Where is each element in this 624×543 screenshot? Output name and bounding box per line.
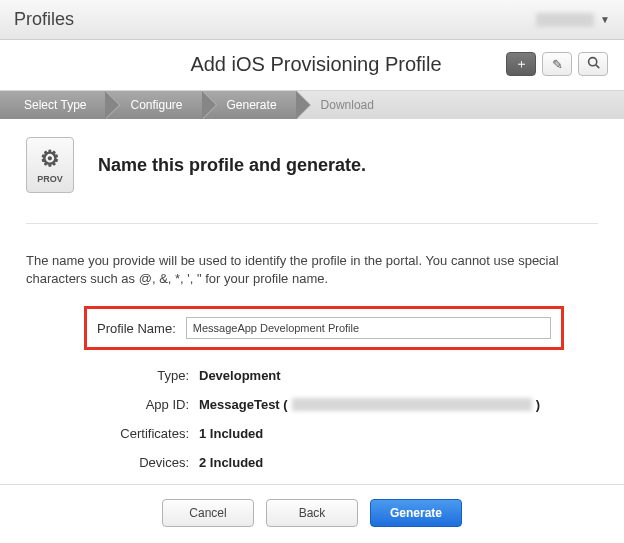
user-name-redacted — [536, 13, 594, 27]
edit-icon: ✎ — [552, 57, 563, 72]
appid-value: MessageTest ( ) — [199, 397, 540, 412]
cancel-button[interactable]: Cancel — [162, 499, 254, 527]
svg-line-1 — [595, 65, 598, 68]
edit-button[interactable]: ✎ — [542, 52, 572, 76]
step-select-type[interactable]: Select Type — [0, 91, 106, 119]
appid-redacted — [292, 398, 532, 411]
certificates-value: 1 Included — [199, 426, 263, 441]
instructions-text: The name you provide will be used to ide… — [26, 252, 598, 288]
button-label: Back — [299, 506, 326, 520]
step-label: Download — [321, 98, 374, 112]
page-title: Profiles — [14, 9, 74, 30]
top-header: Profiles ▼ — [0, 0, 624, 40]
search-icon — [587, 56, 600, 72]
button-label: Generate — [390, 506, 442, 520]
generate-button[interactable]: Generate — [370, 499, 462, 527]
button-label: Cancel — [189, 506, 226, 520]
devices-value: 2 Included — [199, 455, 263, 470]
sub-header-actions: ＋ ✎ — [506, 52, 608, 76]
profile-name-highlight: Profile Name: — [84, 306, 564, 350]
sub-header: Add iOS Provisioning Profile ＋ ✎ — [0, 40, 624, 91]
back-button[interactable]: Back — [266, 499, 358, 527]
user-menu[interactable]: ▼ — [536, 13, 610, 27]
search-button[interactable] — [578, 52, 608, 76]
icon-caption: PROV — [37, 174, 63, 184]
step-label: Generate — [227, 98, 277, 112]
profile-name-input[interactable] — [186, 317, 551, 339]
appid-suffix: ) — [536, 397, 540, 412]
type-value: Development — [199, 368, 281, 383]
hero-title: Name this profile and generate. — [98, 155, 366, 176]
appid-label: App ID: — [94, 397, 189, 412]
provisioning-profile-icon: ⚙ PROV — [26, 137, 74, 193]
appid-prefix: MessageTest ( — [199, 397, 288, 412]
sub-header-title: Add iOS Provisioning Profile — [126, 53, 506, 76]
devices-label: Devices: — [94, 455, 189, 470]
step-label: Select Type — [24, 98, 86, 112]
add-button[interactable]: ＋ — [506, 52, 536, 76]
certificates-label: Certificates: — [94, 426, 189, 441]
step-label: Configure — [130, 98, 182, 112]
content-area: ⚙ PROV Name this profile and generate. T… — [0, 119, 624, 494]
type-label: Type: — [94, 368, 189, 383]
step-generate[interactable]: Generate — [203, 91, 297, 119]
step-configure[interactable]: Configure — [106, 91, 202, 119]
svg-point-0 — [588, 58, 596, 66]
wizard-steps: Select Type Configure Generate Download — [0, 91, 624, 119]
profile-name-label: Profile Name: — [97, 321, 176, 336]
footer-actions: Cancel Back Generate — [0, 484, 624, 527]
step-download: Download — [297, 91, 624, 119]
profile-details: Type: Development App ID: MessageTest ( … — [26, 368, 598, 470]
caret-down-icon: ▼ — [600, 14, 610, 25]
hero: ⚙ PROV Name this profile and generate. — [26, 137, 598, 224]
plus-icon: ＋ — [515, 55, 528, 73]
gear-icon: ⚙ — [40, 146, 60, 172]
